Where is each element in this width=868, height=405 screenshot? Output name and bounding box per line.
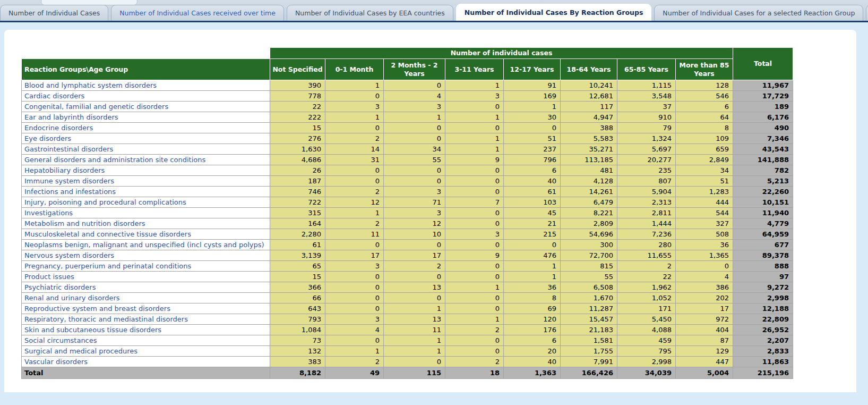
value-cell: 11	[325, 229, 384, 240]
value-cell: 2	[445, 357, 504, 367]
row-label-link[interactable]: Skin and subcutaneous tissue disorders	[22, 325, 270, 335]
value-cell: 778	[270, 91, 325, 102]
value-cell: 17	[384, 250, 445, 261]
total-row-value-cell: 115	[384, 367, 445, 379]
value-cell: 36	[676, 240, 733, 250]
value-cell: 8	[504, 293, 561, 303]
row-label-link[interactable]: Blood and lymphatic system disorders	[22, 80, 270, 91]
row-label-link[interactable]: Congenital, familial and genetic disorde…	[22, 102, 270, 112]
row-label-link[interactable]: Injury, poisoning and procedural complic…	[22, 197, 270, 208]
row-label-link[interactable]: Infections and infestations	[22, 187, 270, 197]
tab-item-2[interactable]: Number of Individual Cases received over…	[111, 5, 284, 21]
value-cell: 459	[617, 335, 676, 346]
row-total-cell: 64,959	[733, 229, 793, 240]
row-label-link[interactable]: Metabolism and nutrition disorders	[22, 218, 270, 229]
row-label-link[interactable]: Reproductive system and breast disorders	[22, 303, 270, 314]
row-label-link[interactable]: Neoplasms benign, malignant and unspecif…	[22, 240, 270, 250]
value-cell: 222	[270, 112, 325, 123]
tab-item-3[interactable]: Number of Individual Cases by EEA countr…	[287, 5, 453, 21]
row-total-cell: 490	[733, 123, 793, 133]
value-cell: 12	[325, 197, 384, 208]
row-label-link[interactable]: Psychiatric disorders	[22, 282, 270, 293]
value-cell: 2	[384, 261, 445, 272]
value-cell: 169	[504, 91, 561, 102]
value-cell: 0	[445, 303, 504, 314]
row-label-link[interactable]: Musculoskeletal and connective tissue di…	[22, 229, 270, 240]
value-cell: 1	[504, 102, 561, 112]
row-label-link[interactable]: Surgical and medical procedures	[22, 346, 270, 357]
value-cell: 7,991	[561, 357, 617, 367]
row-label-link[interactable]: Product issues	[22, 272, 270, 282]
row-label-link[interactable]: Eye disorders	[22, 133, 270, 144]
value-cell: 1,755	[561, 346, 617, 357]
table-row: Infections and infestations7462306114,26…	[22, 187, 793, 197]
value-cell: 0	[445, 176, 504, 187]
row-total-cell: 43,543	[733, 144, 793, 155]
value-cell: 34	[384, 144, 445, 155]
value-cell: 72,700	[561, 250, 617, 261]
value-cell: 40	[504, 357, 561, 367]
value-cell: 3	[445, 91, 504, 102]
tab-item-4[interactable]: Number of Individual Cases By Reaction G…	[456, 4, 652, 21]
value-cell: 1	[445, 80, 504, 91]
table-row: Social circumstances7301061,581459872,20…	[22, 335, 793, 346]
table-row: Eye disorders276201515,5831,3241097,346	[22, 133, 793, 144]
row-total-cell: 10,151	[733, 197, 793, 208]
tab-item-6[interactable]: Numbe	[866, 5, 868, 21]
table-row: Hepatobiliary disorders26000648123534782	[22, 165, 793, 176]
value-cell: 0	[325, 282, 384, 293]
row-label-link[interactable]: Social circumstances	[22, 335, 270, 346]
row-label-link[interactable]: Pregnancy, puerperium and perinatal cond…	[22, 261, 270, 272]
row-label-link[interactable]: Respiratory, thoracic and mediastinal di…	[22, 314, 270, 325]
value-cell: 0	[384, 357, 445, 367]
value-cell: 5,450	[617, 314, 676, 325]
value-cell: 11	[384, 325, 445, 335]
table-row: Congenital, familial and genetic disorde…	[22, 102, 793, 112]
row-label-link[interactable]: Renal and urinary disorders	[22, 293, 270, 303]
value-cell: 0	[325, 335, 384, 346]
table-row: Vascular disorders383202407,9912,9984471…	[22, 357, 793, 367]
value-cell: 659	[676, 144, 733, 155]
row-label-link[interactable]: Ear and labyrinth disorders	[22, 112, 270, 123]
value-cell: 109	[676, 133, 733, 144]
row-label-link[interactable]: Endocrine disorders	[22, 123, 270, 133]
row-label-link[interactable]: Nervous system disorders	[22, 250, 270, 261]
total-row-value-cell: 49	[325, 367, 384, 379]
age-column-header: 3-11 Years	[445, 59, 504, 80]
value-cell: 31	[325, 155, 384, 165]
table-row: Immune system disorders187000404,1288075…	[22, 176, 793, 187]
row-label-link[interactable]: Immune system disorders	[22, 176, 270, 187]
value-cell: 91	[504, 80, 561, 91]
value-cell: 120	[504, 314, 561, 325]
tab-item-1[interactable]: Number of Individual Cases	[0, 5, 108, 21]
value-cell: 0	[445, 272, 504, 282]
row-label-link[interactable]: Hepatobiliary disorders	[22, 165, 270, 176]
row-total-cell: 17,729	[733, 91, 793, 102]
value-cell: 4,088	[617, 325, 676, 335]
row-label-link[interactable]: General disorders and administration sit…	[22, 155, 270, 165]
row-total-cell: 22,809	[733, 314, 793, 325]
value-cell: 1	[504, 261, 561, 272]
row-total-cell: 141,888	[733, 155, 793, 165]
value-cell: 1,670	[561, 293, 617, 303]
row-label-link[interactable]: Vascular disorders	[22, 357, 270, 367]
value-cell: 3	[325, 261, 384, 272]
tab-item-5[interactable]: Number of Individual Cases for a selecte…	[654, 5, 863, 21]
row-label-link[interactable]: Investigations	[22, 208, 270, 218]
row-label-link[interactable]: Gastrointestinal disorders	[22, 144, 270, 155]
value-cell: 20	[504, 346, 561, 357]
age-column-header: 2 Months - 2 Years	[384, 59, 445, 80]
row-total-cell: 2,207	[733, 335, 793, 346]
row-total-cell: 189	[733, 102, 793, 112]
row-total-cell: 97	[733, 272, 793, 282]
value-cell: 1	[325, 80, 384, 91]
row-label-link[interactable]: Cardiac disorders	[22, 91, 270, 102]
value-cell: 0	[325, 303, 384, 314]
row-total-cell: 11,940	[733, 208, 793, 218]
value-cell: 7	[445, 197, 504, 208]
value-cell: 0	[445, 102, 504, 112]
value-cell: 1	[445, 282, 504, 293]
value-cell: 2	[445, 325, 504, 335]
value-cell: 0	[384, 80, 445, 91]
value-cell: 390	[270, 80, 325, 91]
